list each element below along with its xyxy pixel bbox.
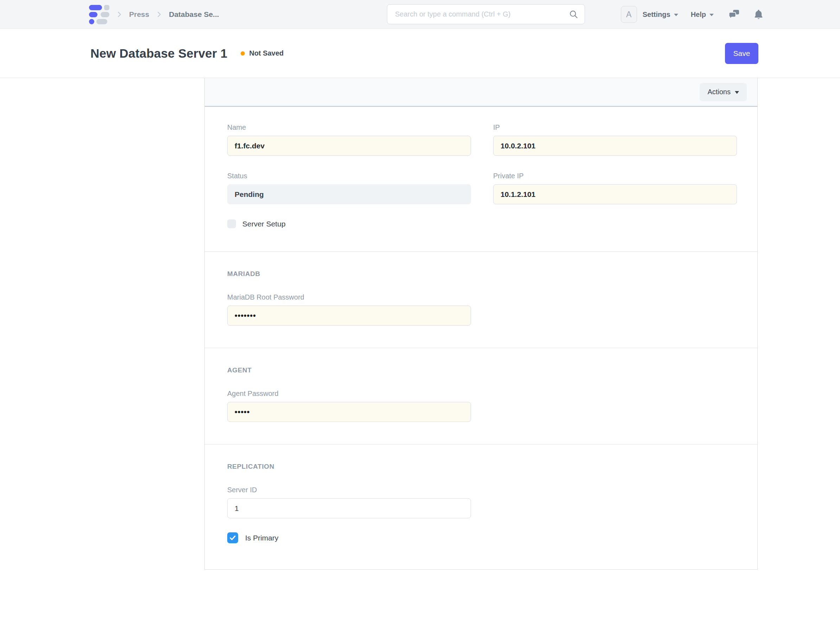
chevron-down-icon <box>709 14 714 16</box>
chat-icon[interactable] <box>728 9 740 20</box>
not-saved-dot-icon <box>241 51 245 55</box>
name-input[interactable] <box>227 136 471 156</box>
field-is-primary: Is Primary <box>227 532 737 543</box>
name-label: Name <box>227 123 471 131</box>
field-mariadb-root-password: MariaDB Root Password <box>227 293 737 326</box>
field-status: Status Pending <box>227 172 471 204</box>
status-label: Status <box>227 172 471 180</box>
navbar: Press Database Se... A Settings Help <box>0 0 840 29</box>
bell-icon[interactable] <box>754 9 763 20</box>
breadcrumb: Press Database Se... <box>115 0 219 29</box>
page-title: New Database Server 1 <box>90 46 227 60</box>
not-saved-label: Not Saved <box>249 49 284 57</box>
server-setup-label[interactable]: Server Setup <box>242 220 286 228</box>
chevron-down-icon <box>674 14 678 16</box>
is-primary-label[interactable]: Is Primary <box>245 534 279 542</box>
chevron-right-icon <box>115 11 123 18</box>
search-input[interactable] <box>395 10 569 18</box>
navbar-right-group: A Settings Help <box>621 0 763 29</box>
section-replication: REPLICATION Server ID Is Primary <box>205 444 757 569</box>
settings-menu[interactable]: Settings <box>643 11 678 19</box>
help-menu[interactable]: Help <box>691 11 714 19</box>
chevron-down-icon <box>735 91 739 94</box>
form-toolbar: Actions <box>205 78 757 107</box>
private-ip-input[interactable] <box>493 184 737 204</box>
server-setup-checkbox[interactable] <box>227 219 236 228</box>
server-id-label: Server ID <box>227 486 737 494</box>
mariadb-root-password-input[interactable] <box>227 306 471 326</box>
global-search <box>387 4 585 24</box>
status-indicator: Not Saved <box>241 49 284 57</box>
search-icon[interactable] <box>569 9 578 19</box>
section-main: Name IP Status Pending Private IP Server… <box>205 107 757 251</box>
help-menu-label: Help <box>691 11 706 19</box>
status-value: Pending <box>227 184 471 204</box>
breadcrumb-item-press[interactable]: Press <box>129 10 149 19</box>
is-primary-checkbox[interactable] <box>227 532 238 543</box>
field-private-ip: Private IP <box>493 172 737 204</box>
field-server-id: Server ID <box>227 486 737 518</box>
replication-section-heading: REPLICATION <box>227 463 737 470</box>
frappe-logo-icon[interactable] <box>89 5 109 24</box>
mariadb-root-password-label: MariaDB Root Password <box>227 293 737 301</box>
private-ip-label: Private IP <box>493 172 737 180</box>
save-button[interactable]: Save <box>725 43 758 64</box>
page-head: New Database Server 1 Not Saved Save <box>0 29 840 78</box>
section-agent: AGENT Agent Password <box>205 348 757 444</box>
mariadb-section-heading: MARIADB <box>227 270 737 278</box>
agent-password-label: Agent Password <box>227 390 737 398</box>
form-card: Actions Name IP Status Pending Private I… <box>204 78 758 570</box>
field-agent-password: Agent Password <box>227 390 737 422</box>
agent-section-heading: AGENT <box>227 366 737 374</box>
field-ip: IP <box>493 123 737 156</box>
agent-password-input[interactable] <box>227 402 471 422</box>
server-id-input[interactable] <box>227 498 471 518</box>
field-server-setup: Server Setup <box>227 219 737 228</box>
actions-button[interactable]: Actions <box>699 83 747 101</box>
ip-input[interactable] <box>493 136 737 156</box>
chevron-right-icon <box>155 11 163 18</box>
field-name: Name <box>227 123 471 156</box>
settings-menu-label: Settings <box>643 11 671 19</box>
avatar[interactable]: A <box>621 6 637 23</box>
actions-button-label: Actions <box>707 88 731 96</box>
ip-label: IP <box>493 123 737 131</box>
breadcrumb-item-database-servers[interactable]: Database Se... <box>169 10 219 19</box>
section-mariadb: MARIADB MariaDB Root Password <box>205 251 757 348</box>
